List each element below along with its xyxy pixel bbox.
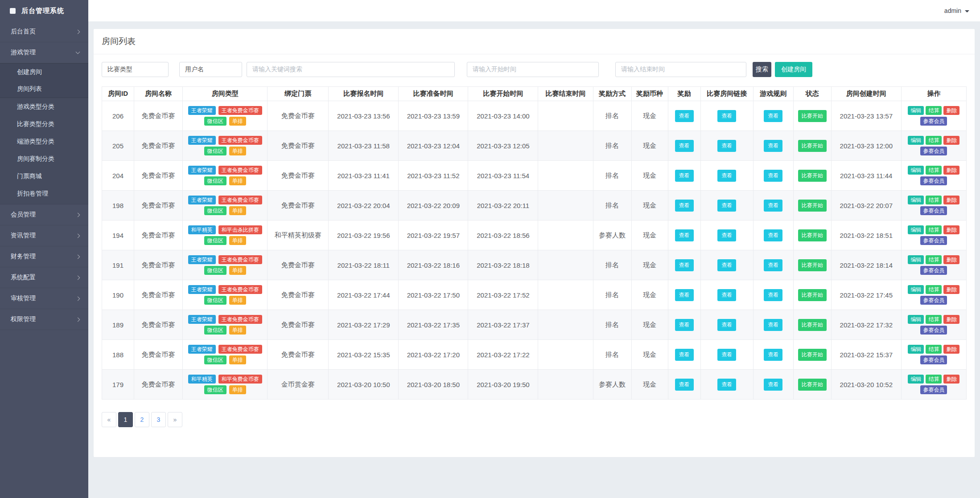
settle-button[interactable]: 结算 — [926, 225, 942, 234]
start-time-input[interactable]: 请输入开始时间 — [467, 62, 599, 77]
view-room-link-button[interactable]: 查看 — [717, 379, 736, 391]
end-time-input[interactable]: 请输入结束时间 — [615, 62, 746, 77]
delete-button[interactable]: 删除 — [943, 166, 959, 175]
edit-button[interactable]: 编辑 — [908, 255, 924, 264]
status-button[interactable]: 比赛开始 — [798, 259, 827, 271]
sidebar-subitem[interactable]: 创建房间 — [0, 63, 88, 81]
members-button[interactable]: 参赛会员 — [920, 206, 947, 215]
search-button[interactable]: 搜索 — [753, 62, 771, 77]
members-button[interactable]: 参赛会员 — [920, 176, 947, 185]
view-rules-button[interactable]: 查看 — [764, 229, 782, 241]
settle-button[interactable]: 结算 — [926, 196, 942, 204]
delete-button[interactable]: 删除 — [943, 285, 959, 294]
view-room-link-button[interactable]: 查看 — [717, 110, 736, 122]
page-next[interactable]: » — [168, 412, 182, 427]
view-room-link-button[interactable]: 查看 — [717, 349, 736, 361]
sidebar-item-3[interactable]: 资讯管理 — [0, 225, 88, 246]
view-reward-button[interactable]: 查看 — [675, 349, 694, 361]
delete-button[interactable]: 删除 — [943, 375, 959, 384]
status-button[interactable]: 比赛开始 — [798, 349, 827, 361]
edit-button[interactable]: 编辑 — [908, 285, 924, 294]
members-button[interactable]: 参赛会员 — [920, 296, 947, 305]
view-rules-button[interactable]: 查看 — [764, 289, 782, 301]
delete-button[interactable]: 删除 — [943, 196, 959, 204]
page-2[interactable]: 2 — [135, 412, 149, 427]
settle-button[interactable]: 结算 — [926, 375, 942, 384]
view-rules-button[interactable]: 查看 — [764, 349, 782, 361]
view-rules-button[interactable]: 查看 — [764, 379, 782, 391]
members-button[interactable]: 参赛会员 — [920, 236, 947, 245]
delete-button[interactable]: 删除 — [943, 106, 959, 115]
view-reward-button[interactable]: 查看 — [675, 379, 694, 391]
edit-button[interactable]: 编辑 — [908, 166, 924, 175]
view-room-link-button[interactable]: 查看 — [717, 319, 736, 331]
delete-button[interactable]: 删除 — [943, 225, 959, 234]
view-reward-button[interactable]: 查看 — [675, 170, 694, 182]
settle-button[interactable]: 结算 — [926, 315, 942, 324]
status-button[interactable]: 比赛开始 — [798, 110, 827, 122]
status-button[interactable]: 比赛开始 — [798, 229, 827, 241]
edit-button[interactable]: 编辑 — [908, 225, 924, 234]
page-3[interactable]: 3 — [151, 412, 166, 427]
create-room-button[interactable]: 创建房间 — [775, 62, 812, 77]
view-reward-button[interactable]: 查看 — [675, 289, 694, 301]
settle-button[interactable]: 结算 — [926, 106, 942, 115]
members-button[interactable]: 参赛会员 — [920, 266, 947, 275]
status-button[interactable]: 比赛开始 — [798, 319, 827, 331]
status-button[interactable]: 比赛开始 — [798, 170, 827, 182]
delete-button[interactable]: 删除 — [943, 345, 959, 354]
delete-button[interactable]: 删除 — [943, 315, 959, 324]
sidebar-subitem[interactable]: 门票商城 — [0, 167, 88, 185]
members-button[interactable]: 参赛会员 — [920, 147, 947, 155]
members-button[interactable]: 参赛会员 — [920, 385, 947, 394]
view-reward-button[interactable]: 查看 — [675, 200, 694, 212]
user-menu[interactable]: admin — [944, 7, 969, 14]
view-reward-button[interactable]: 查看 — [675, 229, 694, 241]
sidebar-item-0[interactable]: 后台首页 — [0, 21, 88, 42]
sidebar-item-5[interactable]: 系统配置 — [0, 267, 88, 288]
sidebar-item-4[interactable]: 财务管理 — [0, 246, 88, 267]
status-button[interactable]: 比赛开始 — [798, 140, 827, 152]
match-type-select[interactable]: 比赛类型 — [102, 62, 169, 77]
page-1[interactable]: 1 — [118, 412, 133, 427]
sidebar-item-7[interactable]: 权限管理 — [0, 309, 88, 330]
sidebar-item-6[interactable]: 审核管理 — [0, 288, 88, 309]
sidebar-item-2[interactable]: 会员管理 — [0, 204, 88, 225]
sidebar-subitem[interactable]: 端游类型分类 — [0, 133, 88, 150]
sidebar-subitem[interactable]: 房间列表 — [0, 81, 88, 98]
status-button[interactable]: 比赛开始 — [798, 200, 827, 212]
sidebar-item-1[interactable]: 游戏管理 — [0, 42, 88, 63]
members-button[interactable]: 参赛会员 — [920, 117, 947, 126]
status-button[interactable]: 比赛开始 — [798, 289, 827, 301]
username-select[interactable]: 用户名 — [179, 62, 242, 77]
view-rules-button[interactable]: 查看 — [764, 140, 782, 152]
view-reward-button[interactable]: 查看 — [675, 259, 694, 271]
view-rules-button[interactable]: 查看 — [764, 319, 782, 331]
edit-button[interactable]: 编辑 — [908, 136, 924, 145]
sidebar-subitem[interactable]: 房间赛制分类 — [0, 150, 88, 167]
view-room-link-button[interactable]: 查看 — [717, 170, 736, 182]
view-rules-button[interactable]: 查看 — [764, 200, 782, 212]
edit-button[interactable]: 编辑 — [908, 375, 924, 384]
view-room-link-button[interactable]: 查看 — [717, 229, 736, 241]
view-reward-button[interactable]: 查看 — [675, 319, 694, 331]
sidebar-subitem[interactable]: 折扣卷管理 — [0, 185, 88, 202]
status-button[interactable]: 比赛开始 — [798, 379, 827, 391]
edit-button[interactable]: 编辑 — [908, 106, 924, 115]
edit-button[interactable]: 编辑 — [908, 315, 924, 324]
view-reward-button[interactable]: 查看 — [675, 140, 694, 152]
settle-button[interactable]: 结算 — [926, 255, 942, 264]
view-reward-button[interactable]: 查看 — [675, 110, 694, 122]
view-room-link-button[interactable]: 查看 — [717, 259, 736, 271]
settle-button[interactable]: 结算 — [926, 166, 942, 175]
settle-button[interactable]: 结算 — [926, 285, 942, 294]
edit-button[interactable]: 编辑 — [908, 345, 924, 354]
view-rules-button[interactable]: 查看 — [764, 110, 782, 122]
members-button[interactable]: 参赛会员 — [920, 326, 947, 335]
members-button[interactable]: 参赛会员 — [920, 355, 947, 364]
view-room-link-button[interactable]: 查看 — [717, 289, 736, 301]
sidebar-subitem[interactable]: 比赛类型分类 — [0, 115, 88, 133]
view-room-link-button[interactable]: 查看 — [717, 200, 736, 212]
view-rules-button[interactable]: 查看 — [764, 259, 782, 271]
view-room-link-button[interactable]: 查看 — [717, 140, 736, 152]
